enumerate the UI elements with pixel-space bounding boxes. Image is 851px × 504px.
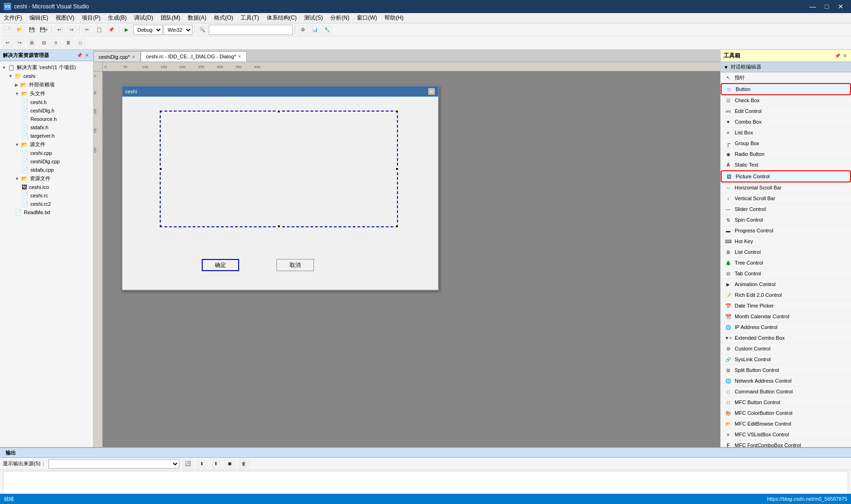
tb2-btn3[interactable]: ⊞	[26, 38, 37, 48]
tree-item-ceshi-cpp[interactable]: 📄 ceshi.cpp	[0, 149, 93, 157]
tb-undo-btn[interactable]: ↩	[54, 25, 65, 35]
mock-dialog-close-btn[interactable]: ✕	[428, 88, 435, 95]
toolbox-item-groupbox[interactable]: ┌ Group Box	[721, 138, 851, 149]
menu-arch[interactable]: 体系结构(C)	[263, 13, 301, 23]
tb-debug-dropdown[interactable]: Debug	[133, 25, 163, 35]
menu-test[interactable]: 测试(S)	[300, 13, 326, 23]
output-refresh-btn[interactable]: 🔄	[182, 459, 193, 469]
minimize-button[interactable]: —	[806, 2, 819, 11]
toolbox-item-button[interactable]: □ Button 按钮	[721, 83, 851, 95]
menu-file[interactable]: 文件(F)	[0, 13, 26, 23]
tree-item-ceshi[interactable]: ▼ 📁 ceshi	[0, 72, 93, 80]
toolbox-item-pointer[interactable]: ↖ 指针	[721, 72, 851, 83]
resize-handle-tr[interactable]	[396, 110, 398, 113]
menu-edit[interactable]: 编辑(E)	[26, 13, 52, 23]
toolbox-item-hscroll[interactable]: ↔ Horizontal Scroll Bar	[721, 182, 851, 193]
toolbox-item-splitbtn[interactable]: ⊞ Split Button Control	[721, 365, 851, 376]
toolbox-item-vscroll[interactable]: ↕ Vertical Scroll Bar	[721, 193, 851, 204]
toolbox-item-mfceditbrowse[interactable]: 📂 MFC EditBrowse Control	[721, 419, 851, 429]
output-source-select[interactable]	[49, 459, 179, 469]
tree-item-solution[interactable]: ▼ 📋 解决方案 'ceshi'(1 个项目)	[0, 63, 93, 72]
menu-build[interactable]: 生成(B)	[104, 13, 130, 23]
tb-saveall-btn[interactable]: 💾+	[38, 25, 50, 35]
toolbox-item-mfcvslistbox[interactable]: ≡ MFC VSListBox Control	[721, 429, 851, 440]
menu-window[interactable]: 窗口(W)	[353, 13, 381, 23]
toolbox-item-picture[interactable]: 🖼 Picture Control 图片框	[721, 170, 851, 182]
menu-format[interactable]: 格式(O)	[210, 13, 237, 23]
menu-analyze[interactable]: 分析(N)	[326, 13, 353, 23]
tb-paste-btn[interactable]: 📌	[106, 25, 117, 35]
tree-item-readme[interactable]: 📄 ReadMe.txt	[0, 208, 93, 217]
dialog-ok-button[interactable]: 确定	[202, 259, 239, 271]
menu-debug[interactable]: 调试(D)	[130, 13, 157, 23]
output-stop-btn[interactable]: ⏹	[224, 459, 235, 469]
tree-item-sources[interactable]: ▼ 📂 源文件	[0, 140, 93, 149]
toolbox-close-btn[interactable]: ✕	[842, 53, 848, 59]
panel-pin-btn[interactable]: 📌	[76, 52, 83, 59]
maximize-button[interactable]: □	[820, 2, 833, 11]
tb-start-btn[interactable]: ▶	[121, 25, 132, 35]
output-prev-btn[interactable]: ⬆	[210, 459, 221, 469]
tb2-btn7[interactable]: □	[75, 38, 86, 48]
toolbox-item-richedit[interactable]: 📝 Rich Edit 2.0 Control	[721, 290, 851, 301]
resize-handle-mr[interactable]	[396, 168, 398, 170]
tree-item-ceshi-ico[interactable]: 🖼 ceshi.ico	[0, 183, 93, 191]
toolbox-item-tabctrl[interactable]: ⊟ Tab Control	[721, 268, 851, 279]
tab-dialog[interactable]: ceshi.rc - IDD_CE...I_DIALOG - Dialog* ✕	[141, 51, 247, 62]
tree-item-ceshi-rc2[interactable]: 📄 ceshi.rc2	[0, 200, 93, 208]
bottom-tab-output[interactable]: 输出	[2, 448, 20, 457]
resize-handle-bm[interactable]	[277, 225, 280, 228]
tb2-btn5[interactable]: ≡	[50, 38, 62, 48]
tree-item-resources[interactable]: ▼ 📂 资源文件	[0, 174, 93, 183]
toolbox-item-mfcbtn[interactable]: □ MFC Button Control	[721, 397, 851, 408]
tree-item-targetver-h[interactable]: 📄 targetver.h	[0, 132, 93, 140]
menu-tools[interactable]: 工具(T)	[237, 13, 262, 23]
tree-item-stdafx-h[interactable]: 📄 stdafx.h	[0, 123, 93, 132]
tb-save-btn[interactable]: 💾	[26, 25, 37, 35]
tb-search-btn[interactable]: 🔍	[197, 25, 208, 35]
output-clear-btn[interactable]: 🗑	[238, 459, 249, 469]
toolbox-item-ipaddr[interactable]: 🌐 IP Address Control	[721, 322, 851, 333]
toolbox-item-radio[interactable]: ◉ Radio Button	[721, 149, 851, 160]
tb-platform-dropdown[interactable]: Win32	[163, 25, 192, 35]
toolbox-item-listbox[interactable]: ≡ List Box	[721, 127, 851, 138]
tree-item-stdafx-cpp[interactable]: 📄 stdafx.cpp	[0, 166, 93, 174]
toolbox-item-animation[interactable]: ▶ Animation Control	[721, 279, 851, 290]
menu-team[interactable]: 团队(M)	[157, 13, 184, 23]
toolbox-section-header[interactable]: ▼ 对话框编辑器	[721, 62, 851, 72]
toolbox-item-listctrl[interactable]: ≣ List Control	[721, 247, 851, 258]
toolbox-pin-btn[interactable]: 📌	[834, 53, 841, 59]
resize-handle-tm[interactable]	[277, 110, 280, 113]
toolbox-item-checkbox[interactable]: ☑ Check Box	[721, 95, 851, 106]
menu-help[interactable]: 帮助(H)	[381, 13, 407, 23]
toolbox-item-statictext[interactable]: A Static Text	[721, 160, 851, 170]
tb-redo-btn[interactable]: ↪	[66, 25, 77, 35]
tree-item-headers[interactable]: ▼ 📂 头文件	[0, 89, 93, 98]
tree-item-resource-h[interactable]: 📄 Resource.h	[0, 115, 93, 123]
toolbox-item-hotkey[interactable]: ⌨ Hot Key	[721, 236, 851, 247]
output-next-btn[interactable]: ⬇	[196, 459, 207, 469]
toolbox-item-progress[interactable]: ▬ Progress Control	[721, 225, 851, 236]
toolbox-item-custom[interactable]: ⚙ Custom Control	[721, 343, 851, 354]
tree-item-external[interactable]: ▶ 📂 外部依赖项	[0, 80, 93, 89]
dialog-cancel-button[interactable]: 取消	[277, 259, 314, 271]
menu-view[interactable]: 视图(V)	[52, 13, 78, 23]
toolbox-item-treectrl[interactable]: 🌲 Tree Control	[721, 258, 851, 268]
close-button[interactable]: ✕	[834, 2, 847, 11]
toolbox-item-combo[interactable]: ▼ Combo Box	[721, 117, 851, 127]
toolbox-item-datetimepicker[interactable]: 📅 Date Time Picker	[721, 301, 851, 311]
tb-misc3-btn[interactable]: 🔧	[321, 25, 333, 35]
tree-item-ceshidlg-h[interactable]: 📄 ceshiDlg.h	[0, 106, 93, 115]
tab-dialog-close[interactable]: ✕	[238, 54, 241, 59]
resize-handle-ml[interactable]	[159, 168, 162, 170]
resize-handle-bl[interactable]	[159, 225, 162, 228]
toolbox-item-syslink[interactable]: 🔗 SysLink Control	[721, 354, 851, 365]
tb-open-btn[interactable]: 📂	[14, 25, 25, 35]
menu-data[interactable]: 数据(A)	[184, 13, 210, 23]
menu-project[interactable]: 项目(P)	[78, 13, 104, 23]
toolbox-item-cmdbtn[interactable]: □ Command Button Control	[721, 386, 851, 397]
tree-item-ceshi-h[interactable]: 📄 ceshi.h	[0, 98, 93, 106]
tb-search-input[interactable]	[209, 25, 293, 35]
panel-close-btn[interactable]: ✕	[84, 52, 90, 59]
tree-item-ceshi-rc[interactable]: 📄 ceshi.rc	[0, 191, 93, 200]
